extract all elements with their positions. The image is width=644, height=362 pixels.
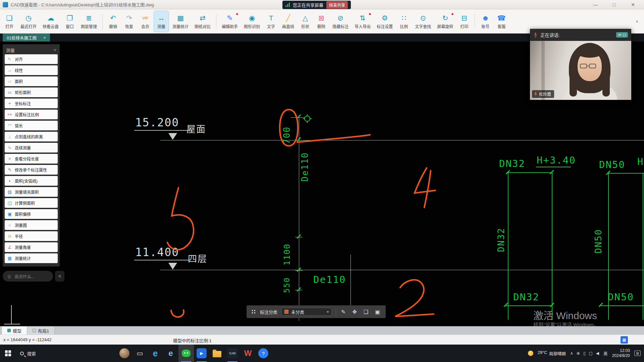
measure-radius[interactable]: ⊙半径	[5, 231, 58, 241]
move-annotation-button[interactable]: ✥	[351, 309, 358, 315]
tool-account[interactable]: ☻账号	[478, 11, 493, 32]
video-call-overlay[interactable]: 正在讲话: ⇄ ▢ 杜玲霞	[530, 29, 631, 100]
start-button[interactable]	[0, 345, 16, 362]
measure-coord-dim[interactable]: +坐标标注	[5, 99, 58, 108]
measure-dim-scale[interactable]: A:B设置标注比例	[5, 110, 58, 119]
sheet-tab-model[interactable]: 模型	[2, 326, 27, 335]
tool-shape-recognition[interactable]: ◉图形识别	[241, 11, 262, 32]
tool-edit-assistant[interactable]: ✎编辑助手	[219, 11, 240, 32]
network-icon[interactable]: ⊕	[577, 351, 580, 356]
tool-annotation-settings[interactable]: ⚙标注设置	[374, 11, 395, 32]
tool-window[interactable]: ❐窗口	[62, 11, 77, 32]
measure-area-arc[interactable]: ◗面积(含弧线)	[5, 176, 58, 186]
help-docs[interactable]: ?	[256, 345, 271, 362]
grid-icon[interactable]	[251, 309, 256, 314]
tool-scale[interactable]: ∷比例	[396, 11, 411, 32]
measure-edit-dim-attr[interactable]: ✎修改单个标注属性	[5, 165, 58, 175]
edge-browser[interactable]: e	[148, 345, 163, 362]
document-tab[interactable]: 01给排水施工图 ×	[3, 34, 50, 42]
edit-annotation-button[interactable]: ✎	[340, 309, 346, 315]
input-language-indicator[interactable]: 英	[603, 350, 608, 357]
document-tab-label: 01给排水施工图	[7, 35, 37, 41]
measure-label: 测量圆	[15, 222, 27, 228]
copy-annotation-button[interactable]: ❑	[363, 309, 369, 315]
volume-icon[interactable]: ◀	[596, 351, 599, 356]
taskbar-clock[interactable]: 12:03 2024/8/20	[612, 348, 630, 358]
tool-measure-stats[interactable]: ▦测量统计	[170, 11, 191, 32]
tool-redo[interactable]: ↷恢复	[122, 11, 137, 32]
paste-annotation-button[interactable]: ▣	[374, 309, 381, 315]
tool-undo[interactable]: ↶撤销	[106, 11, 120, 32]
tool-text-find[interactable]: ⊙文字查找	[413, 11, 433, 32]
cad-viewer[interactable]: CAD	[225, 345, 240, 362]
chat-input[interactable]: ☺ 说点什么...	[3, 271, 53, 282]
measure-rect-area[interactable]: ▭矩形面积	[5, 87, 58, 97]
measure-area[interactable]: ▱面积	[5, 76, 58, 86]
ie-browser[interactable]: e	[163, 345, 178, 362]
action-center-icon[interactable]: ▤	[634, 351, 641, 356]
category-dropdown[interactable]: 未分类 ▾	[281, 308, 332, 316]
tool-layers[interactable]: ≣图层管理	[78, 11, 99, 32]
measure-align[interactable]: ↖对齐	[5, 54, 58, 64]
tool-label: 图纸对比	[195, 23, 211, 29]
sheet-tab-layout1[interactable]: 布局1	[27, 326, 55, 335]
measure-fill-area[interactable]: ▨测量填充面积	[5, 187, 58, 197]
measure-circle[interactable]: ○测量圆	[5, 220, 58, 230]
emoji-icon[interactable]: ☺	[7, 274, 12, 279]
tool-shapes[interactable]: △形状	[298, 11, 313, 32]
measure-point-line-dist[interactable]: ⊥点到直线的距离	[5, 132, 58, 141]
minimize-button[interactable]: —	[590, 2, 600, 7]
level-line-roof	[160, 140, 644, 140]
toolbar-collapse-icon[interactable]: ∧	[632, 19, 642, 24]
swap-view-icon[interactable]: ⇄	[618, 33, 621, 37]
shape-recognition-icon: ◉	[249, 14, 255, 22]
tool-print[interactable]: ⊟打印	[457, 11, 472, 32]
tool-delete[interactable]: ⊠删除	[314, 11, 329, 32]
measure-continuous[interactable]: ∿连续测量	[5, 143, 58, 153]
tool-import-export[interactable]: ⇅导入导出	[352, 11, 373, 32]
stop-sharing-button[interactable]: 结束共享	[326, 1, 348, 9]
close-tab-icon[interactable]: ×	[43, 35, 46, 40]
overlay-controls[interactable]: ⇄ ▢	[616, 32, 628, 38]
hidden-icons-chevron[interactable]: ∧	[570, 351, 573, 356]
wps[interactable]: W	[240, 345, 256, 362]
point-line-dist-icon: ⊥	[7, 134, 13, 139]
freehand-annotation-5	[395, 280, 434, 316]
meeting-app[interactable]: ▶	[194, 345, 209, 362]
tool-label: 打开	[5, 23, 13, 29]
area-offset-icon: ▣	[7, 212, 13, 217]
tool-support[interactable]: ☎客服	[494, 11, 509, 32]
tool-vip[interactable]: VIP会员	[138, 11, 153, 32]
tool-cloud[interactable]: ☁快看云盘	[40, 11, 61, 32]
tool-hide-annotation[interactable]: ⊘隐藏标注	[330, 11, 351, 32]
measure-panel-title: 测量	[6, 47, 15, 53]
wechat[interactable]	[178, 345, 194, 362]
tool-measure[interactable]: ↔测量	[154, 11, 169, 32]
expand-icon[interactable]: ▢	[623, 33, 626, 37]
measure-panel-close-icon[interactable]: ×	[54, 47, 56, 53]
measure-area-offset[interactable]: ▣面积偏移	[5, 209, 58, 219]
taskbar-search[interactable]: 搜索	[16, 345, 87, 362]
measure-angle[interactable]: ∠测量角度	[5, 242, 58, 252]
battery-icon[interactable]: ▯	[583, 351, 586, 356]
weather-text[interactable]: 29°C 局部晴朗	[538, 350, 566, 357]
tool-recent[interactable]: ◷最近打开	[18, 11, 39, 32]
display-icon[interactable]: ▢	[589, 351, 593, 356]
user-avatar[interactable]	[117, 345, 132, 362]
chat-collapse-button[interactable]: <	[55, 271, 64, 282]
measure-arc-length[interactable]: ◠弧长	[5, 121, 58, 130]
tool-compare[interactable]: ⇄图纸对比	[192, 11, 213, 32]
measure-linear[interactable]: ↔线性	[5, 65, 58, 75]
measure-side-area[interactable]: ◫计算侧面积	[5, 198, 58, 208]
task-view[interactable]: ▭	[132, 345, 148, 362]
tool-open[interactable]: ❏打开	[2, 11, 17, 32]
tool-text[interactable]: T文字	[264, 11, 278, 32]
measure-stats[interactable]: ▦测量统计	[5, 253, 58, 263]
tool-draw-line[interactable]: ╱画直线	[280, 11, 297, 32]
measure-segment-length[interactable]: ≡查看分段长度	[5, 154, 58, 164]
maximize-button[interactable]: □	[609, 2, 619, 7]
quick-panel-icon[interactable]: ▦	[621, 336, 628, 344]
file-explorer[interactable]	[209, 345, 225, 362]
tool-screen-rotate[interactable]: ↻屏幕旋转	[435, 11, 455, 32]
close-button[interactable]: ✕	[628, 2, 638, 7]
